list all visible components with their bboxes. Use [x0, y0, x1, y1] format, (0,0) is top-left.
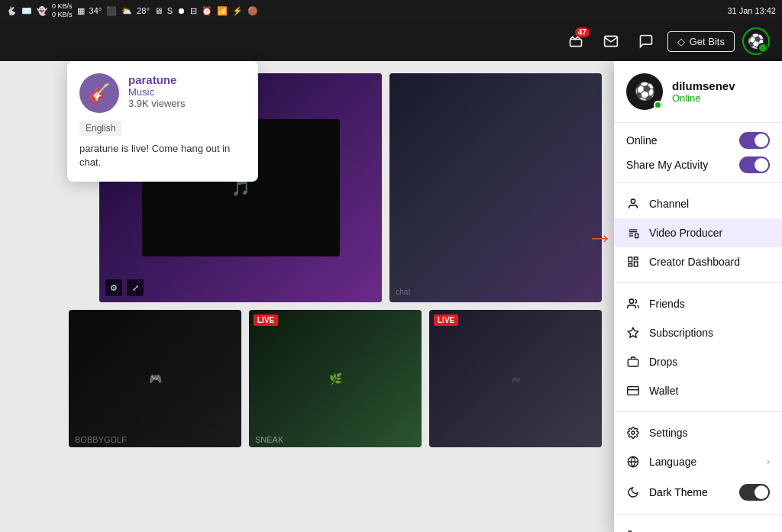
- svg-marker-12: [628, 327, 638, 337]
- thumbnail-bottom-2: 🌿 LIVE SNEAK: [249, 310, 422, 447]
- weather-temp: 28°: [137, 6, 150, 15]
- logout-icon: [626, 529, 640, 532]
- channel-menu-item[interactable]: Channel: [614, 189, 782, 218]
- svg-point-16: [632, 431, 635, 434]
- streamer-name: paratune: [128, 73, 246, 86]
- svg-point-1: [631, 199, 635, 203]
- video-producer-menu-item[interactable]: Video Producer: [614, 218, 782, 247]
- fullscreen-ctrl: ⤢: [127, 279, 144, 296]
- svg-rect-0: [570, 40, 581, 47]
- toggle-section: Online Share My Activity: [614, 123, 782, 183]
- social-section: Friends Subscriptions Drops: [614, 283, 782, 412]
- menu-status: Online: [672, 92, 735, 104]
- arrow-indicator: →: [586, 221, 614, 253]
- user-avatar-button[interactable]: ⚽: [742, 27, 770, 55]
- record-icon: ⏺: [177, 6, 186, 15]
- thumb-label: chat: [396, 288, 410, 296]
- dropdown-menu: ⚽ dilumsenev Online Online Share My Acti…: [614, 61, 782, 532]
- ghost-icon: 👻: [37, 6, 47, 16]
- bluetooth-icon: ⚡: [232, 6, 243, 16]
- dark-theme-toggle[interactable]: [739, 484, 770, 501]
- thumbnail-secondary: chat: [389, 73, 602, 302]
- online-toggle[interactable]: [739, 132, 770, 149]
- settings-section: Settings Language ›: [614, 412, 782, 515]
- network-down-icon: 0 KB/s0 KB/s: [52, 2, 73, 19]
- language-menu-item[interactable]: Language ›: [614, 447, 782, 476]
- display-icon: 🖥: [154, 6, 163, 15]
- stream-description: paratune is live! Come hang out in chat.: [79, 142, 246, 169]
- wifi-icon: 📶: [217, 6, 228, 16]
- viewer-count: 3.9K viewers: [128, 98, 246, 109]
- wallet-menu-item[interactable]: Wallet: [614, 376, 782, 405]
- subscriptions-menu-item[interactable]: Subscriptions: [614, 318, 782, 347]
- stream-popup-header: 🎸 paratune Music 3.9K viewers: [79, 73, 246, 113]
- stream-popup-card: 🎸 paratune Music 3.9K viewers English pa…: [67, 61, 258, 182]
- drops-menu-item[interactable]: Drops: [614, 347, 782, 376]
- channel-label: Channel: [649, 198, 689, 210]
- video-producer-icon: [626, 226, 640, 240]
- svg-rect-9: [634, 262, 638, 266]
- cpu-icon: ▦: [77, 6, 85, 16]
- user-avatar-icon: 🟤: [247, 6, 258, 16]
- system-clock: 31 Jan 13:42: [727, 6, 776, 15]
- logout-section: Log Out: [614, 515, 782, 532]
- svg-rect-14: [628, 387, 639, 395]
- subscriptions-icon: [626, 326, 640, 340]
- dark-theme-label: Dark Theme: [649, 486, 708, 498]
- s-icon: S: [167, 6, 173, 15]
- settings-icon: [626, 426, 640, 440]
- streamer-category: Music: [128, 86, 246, 98]
- dark-theme-label-group: Dark Theme: [626, 485, 708, 499]
- settings-ctrl: ⚙: [105, 279, 122, 296]
- alarm-icon: ⏰: [202, 6, 212, 16]
- friends-menu-item[interactable]: Friends: [614, 289, 782, 318]
- creator-dashboard-menu-item[interactable]: Creator Dashboard: [614, 247, 782, 276]
- equalizer-icon: ⊟: [190, 6, 197, 16]
- main-area: 🎸 paratune Music 3.9K viewers English pa…: [0, 61, 782, 532]
- live-badge-1: LIVE: [254, 314, 278, 326]
- svg-point-11: [629, 299, 633, 303]
- share-activity-row: Share My Activity: [626, 156, 770, 173]
- channel-icon: [626, 197, 640, 211]
- svg-rect-7: [629, 257, 632, 262]
- drops-label: Drops: [649, 356, 677, 368]
- notification-button[interactable]: 47: [562, 27, 590, 55]
- thumbnail-row-bottom: 🎮 BOBBYGOLF 🌿 LIVE SNEAK 🏍 LIVE: [69, 310, 602, 447]
- rabbit-icon: 🐇: [6, 6, 17, 16]
- live-badge-2: LIVE: [434, 314, 458, 326]
- system-bar: 🐇 ✉️ 👻 0 KB/s0 KB/s ▦ 34° ⬛ ⛅ 28° 🖥 S ⏺ …: [0, 0, 782, 21]
- settings-menu-item[interactable]: Settings: [614, 418, 782, 447]
- logout-menu-item[interactable]: Log Out: [614, 521, 782, 532]
- video-producer-label: Video Producer: [649, 227, 722, 239]
- online-toggle-row: Online: [626, 132, 770, 149]
- app-bar-right: 47 ◇ Get Bits ⚽: [562, 27, 770, 55]
- drops-icon: [626, 355, 640, 369]
- app-bar: 47 ◇ Get Bits ⚽: [0, 21, 782, 61]
- wallet-label: Wallet: [649, 385, 678, 397]
- friends-icon: [626, 297, 640, 311]
- stream-info: paratune Music 3.9K viewers: [128, 73, 246, 109]
- online-dot: [654, 101, 662, 109]
- game-name-2: SNEAK: [255, 435, 283, 444]
- chat-button[interactable]: [632, 27, 660, 55]
- message-button[interactable]: [597, 27, 625, 55]
- menu-user-info: dilumsenev Online: [672, 79, 735, 104]
- system-tray-icons: 🐇 ✉️ 👻 0 KB/s0 KB/s ▦ 34° ⬛ ⛅ 28° 🖥 S ⏺ …: [6, 2, 722, 19]
- creator-dashboard-label: Creator Dashboard: [649, 256, 740, 268]
- weather-icon: ⛅: [121, 6, 132, 16]
- menu-username: dilumsenev: [672, 79, 735, 92]
- svg-marker-6: [635, 234, 638, 237]
- wallet-icon: [626, 384, 640, 398]
- settings-label: Settings: [649, 427, 688, 439]
- friends-label: Friends: [649, 298, 685, 310]
- date-time: 31 Jan 13:42: [727, 6, 776, 15]
- bar-icon: ⬛: [106, 6, 117, 16]
- menu-header: ⚽ dilumsenev Online: [614, 61, 782, 123]
- thumb-controls: ⚙ ⤢: [105, 279, 144, 296]
- share-activity-toggle[interactable]: [739, 156, 770, 173]
- temp-icon: 34°: [89, 6, 102, 15]
- svg-rect-10: [629, 264, 632, 266]
- get-bits-button[interactable]: ◇ Get Bits: [667, 31, 735, 52]
- mail-icon: ✉️: [21, 6, 32, 16]
- svg-rect-13: [628, 360, 638, 366]
